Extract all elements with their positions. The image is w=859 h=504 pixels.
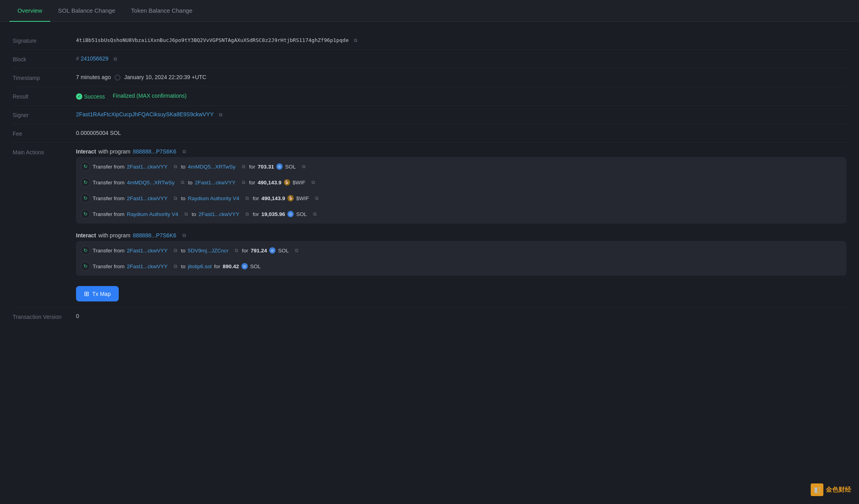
- sol-token-icon-6: ◎: [241, 263, 248, 269]
- transfer-row-1: ↻ Transfer from 2Fast1...ckwVYY ⧉ to 4mM…: [76, 159, 846, 174]
- interact-line-1: Interact with program 888888...P7S6K6 ⧉: [76, 148, 846, 155]
- transfer-to-copy-5[interactable]: ⧉: [233, 247, 239, 254]
- transfer-to-label-5: to: [181, 248, 185, 254]
- transfer-for-label-5: for: [242, 248, 248, 254]
- transfer-to-copy-3[interactable]: ⧉: [244, 195, 250, 201]
- interact-program-link-2[interactable]: 888888...P7S6K6: [133, 232, 177, 239]
- interact-program-copy-2[interactable]: ⧉: [181, 232, 187, 239]
- tx-map-icon: ⊞: [84, 290, 89, 297]
- tx-map-container: ⊞ Tx Map: [76, 286, 846, 301]
- interact-with-1: with program: [99, 148, 131, 155]
- tab-token-balance[interactable]: Token Balance Change: [123, 0, 200, 22]
- main-actions-value: Interact with program 888888...P7S6K6 ⧉ …: [76, 148, 846, 301]
- transfer-icon-1: ↻: [81, 162, 90, 171]
- transfer-row-2: ↻ Transfer from 4mMDQ5...XRTwSy ⧉ to 2Fa…: [76, 174, 846, 190]
- transaction-version-value: 0: [76, 313, 846, 319]
- signer-link[interactable]: 2Fast1RAxFtcXipCucpJhFQACiksuySKa8E9S9ck…: [76, 111, 214, 117]
- transfer-to-addr-2[interactable]: 2Fast1...ckwVYY: [195, 180, 236, 186]
- transfer-from-copy-1[interactable]: ⧉: [172, 163, 179, 170]
- transfer-from-addr-4[interactable]: Raydium Authority V4: [127, 211, 179, 217]
- main-actions-section: Interact with program 888888...P7S6K6 ⧉ …: [76, 148, 846, 301]
- interact-program-copy-1[interactable]: ⧉: [181, 148, 187, 155]
- transfer-amount-4: 19,035.96: [261, 211, 285, 217]
- transfer-icon-2: ↻: [81, 178, 90, 187]
- transfer-to-copy-1[interactable]: ⧉: [240, 163, 247, 170]
- timestamp-relative: 7 minutes ago: [76, 74, 111, 80]
- block-label: Block: [13, 55, 76, 63]
- transfer-to-label-1: to: [181, 164, 185, 170]
- tab-overview[interactable]: Overview: [10, 0, 50, 22]
- signer-value: 2Fast1RAxFtcXipCucpJhFQACiksuySKa8E9S9ck…: [76, 111, 846, 118]
- transfer-to-copy-4[interactable]: ⧉: [244, 211, 250, 217]
- transfer-from-copy-4[interactable]: ⧉: [183, 211, 189, 217]
- transfer-from-copy-2[interactable]: ⧉: [179, 179, 186, 186]
- interact-program-link-1[interactable]: 888888...P7S6K6: [133, 148, 177, 155]
- signature-copy-icon[interactable]: ⧉: [353, 37, 359, 44]
- transfer-to-addr-4[interactable]: 2Fast1...ckwVYY: [199, 211, 239, 217]
- transfer-from-copy-6[interactable]: ⧉: [172, 263, 179, 269]
- interact-group-1: Interact with program 888888...P7S6K6 ⧉ …: [76, 148, 846, 228]
- transfer-from-addr-1[interactable]: 2Fast1...ckwVYY: [127, 164, 168, 170]
- tx-map-button[interactable]: ⊞ Tx Map: [76, 286, 119, 301]
- signer-row: Signer 2Fast1RAxFtcXipCucpJhFQACiksuySKa…: [13, 106, 846, 124]
- transfer-to-addr-1[interactable]: 4mMDQ5...XRTwSy: [188, 164, 236, 170]
- transaction-version-label: Transaction Version: [13, 313, 76, 320]
- transfer-from-label-5: Transfer from: [93, 248, 125, 254]
- signature-hash: 4tiBb51sbUsQshoNU8VbzaiiXxnBucJ6po9tY3BQ…: [76, 37, 349, 43]
- transfer-for-label-1: for: [249, 164, 255, 170]
- block-copy-icon[interactable]: ⧉: [112, 56, 119, 62]
- transfer-wif-copy-3[interactable]: ⧉: [314, 195, 320, 201]
- interact-group-2: Interact with program 888888...P7S6K6 ⧉ …: [76, 232, 846, 280]
- interact-keyword-1: Interact: [76, 148, 96, 155]
- signer-label: Signer: [13, 111, 76, 118]
- timestamp-row: Timestamp 7 minutes ago January 10, 2024…: [13, 68, 846, 87]
- block-row: Block # 241056629 ⧉: [13, 50, 846, 68]
- transfer-to-addr-6[interactable]: jitotip6.sol: [188, 263, 212, 269]
- transfer-for-label-2: for: [249, 180, 255, 186]
- transfer-amount-3: 490,143.9: [261, 195, 285, 201]
- transfer-to-addr-5[interactable]: 5DV9mj...JZCncr: [188, 248, 229, 254]
- signature-value: 4tiBb51sbUsQshoNU8VbzaiiXxnBucJ6po9tY3BQ…: [76, 37, 846, 44]
- transfer-sol-copy-1[interactable]: ⧉: [300, 163, 307, 170]
- transfer-icon-4: ↻: [81, 209, 90, 219]
- transfer-to-addr-3[interactable]: Raydium Authority V4: [188, 195, 239, 201]
- transfer-from-label-2: Transfer from: [93, 180, 125, 186]
- main-actions-label: Main Actions: [13, 148, 76, 155]
- overview-content: Signature 4tiBb51sbUsQshoNU8VbzaiiXxnBuc…: [0, 22, 859, 335]
- transfer-to-label-4: to: [192, 211, 196, 217]
- transfer-for-label-6: for: [214, 263, 220, 269]
- watermark-icon: ◧: [811, 483, 823, 496]
- transfer-token-5: SOL: [278, 248, 289, 254]
- block-link[interactable]: 241056629: [81, 55, 108, 62]
- result-row: Result ✓ Success Finalized (MAX confirma…: [13, 87, 846, 106]
- sol-token-icon-4: ◎: [287, 211, 294, 217]
- watermark-text: 金色财经: [826, 486, 851, 494]
- transfer-from-label-3: Transfer from: [93, 195, 125, 201]
- signer-copy-icon[interactable]: ⧉: [217, 112, 224, 118]
- fee-value: 0.000005004 SOL: [76, 130, 846, 136]
- transfer-from-copy-5[interactable]: ⧉: [172, 247, 179, 254]
- tabs-container: Overview SOL Balance Change Token Balanc…: [0, 0, 859, 22]
- transfer-from-addr-5[interactable]: 2Fast1...ckwVYY: [127, 248, 168, 254]
- transfer-token-1: SOL: [285, 164, 296, 170]
- transfer-icon-5: ↻: [81, 246, 90, 255]
- finalized-text: Finalized (MAX confirmations): [113, 93, 187, 99]
- clock-icon: [115, 75, 120, 80]
- interact-with-2: with program: [99, 232, 131, 239]
- transfer-to-label-3: to: [181, 195, 185, 201]
- tab-sol-balance[interactable]: SOL Balance Change: [50, 0, 124, 22]
- transfer-sol-copy-4[interactable]: ⧉: [312, 211, 318, 217]
- transfer-wif-copy-2[interactable]: ⧉: [310, 179, 316, 186]
- transfer-sol-copy-5[interactable]: ⧉: [293, 247, 300, 254]
- transfer-to-copy-2[interactable]: ⧉: [240, 179, 247, 186]
- transfer-from-copy-3[interactable]: ⧉: [172, 195, 179, 201]
- transfer-row-6: ↻ Transfer from 2Fast1...ckwVYY ⧉ to jit…: [76, 258, 846, 274]
- success-badge: ✓ Success: [76, 93, 105, 100]
- wif-token-icon-3: 🐕: [287, 195, 294, 201]
- tx-map-label: Tx Map: [92, 291, 111, 297]
- transfer-row-3: ↻ Transfer from 2Fast1...ckwVYY ⧉ to Ray…: [76, 190, 846, 206]
- transfer-amount-2: 490,143.9: [258, 180, 281, 186]
- transfer-from-addr-6[interactable]: 2Fast1...ckwVYY: [127, 263, 168, 269]
- transfer-from-addr-3[interactable]: 2Fast1...ckwVYY: [127, 195, 168, 201]
- transfer-from-addr-2[interactable]: 4mMDQ5...XRTwSy: [127, 180, 175, 186]
